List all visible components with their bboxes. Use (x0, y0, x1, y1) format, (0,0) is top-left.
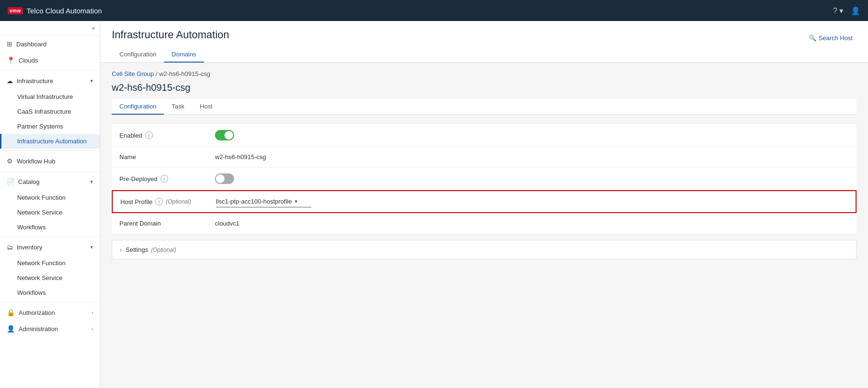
sidebar-label-clouds: Clouds (19, 57, 38, 64)
catalog-network-service-label: Network Service (17, 209, 63, 216)
sidebar-item-catalog-network-service[interactable]: Network Service (0, 205, 100, 220)
topbar: vmw Telco Cloud Automation ? ▾ 👤 (0, 0, 868, 21)
sidebar-item-catalog-network-function[interactable]: Network Function (0, 190, 100, 205)
sidebar-label-workflow-hub: Workflow Hub (17, 158, 55, 165)
sidebar-collapse-btn[interactable]: « (0, 21, 100, 36)
host-profile-dropdown[interactable]: llsc1-ptp-acc100-hostprofile ▾ (216, 196, 311, 207)
host-profile-info-icon[interactable]: i (155, 198, 163, 205)
settings-chevron-icon: › (120, 247, 122, 253)
content-area: Infrastructure Automation 🔍 Search Host … (100, 21, 868, 388)
main-tabs-row: Configuration Domains (112, 47, 857, 62)
tab-domains[interactable]: Domains (164, 47, 204, 63)
inner-tabs-row: Configuration Task Host (112, 99, 857, 115)
pre-deployed-info-icon[interactable]: i (161, 175, 168, 183)
sidebar-label-infrastructure: Infrastructure (17, 77, 54, 85)
enabled-label: Enabled i (119, 131, 215, 139)
sidebar-item-clouds[interactable]: 📍 Clouds (0, 52, 100, 68)
dashboard-icon: ⊞ (7, 40, 12, 48)
name-value: w2-hs6-h0915-csg (215, 153, 266, 161)
host-profile-row: Host Profile i (Optional) llsc1-ptp-acc1… (112, 190, 857, 213)
sidebar-divider-1 (0, 70, 100, 71)
vmw-logo: vmw (8, 7, 23, 14)
name-label-text: Name (119, 153, 136, 161)
sidebar-item-partner-systems[interactable]: Partner Systems (0, 119, 100, 134)
sidebar-item-administration[interactable]: 👤 Administration › (0, 321, 100, 337)
pre-deployed-label: Pre-Deployed i (119, 175, 215, 183)
topbar-left: vmw Telco Cloud Automation (8, 7, 102, 15)
catalog-workflows-label: Workflows (17, 224, 46, 231)
search-host-button[interactable]: 🔍 Search Host (805, 32, 857, 43)
app-title: Telco Cloud Automation (27, 7, 102, 15)
breadcrumb-current: w2-hs6-h0915-csg (159, 70, 210, 77)
domain-config-form: Enabled i Name w2-hs6-h0915-csg (112, 124, 857, 234)
enabled-toggle[interactable] (215, 130, 234, 140)
inventory-icon: 🗂 (7, 244, 13, 251)
main-layout: « ⊞ Dashboard 📍 Clouds ☁ Infrastructure … (0, 21, 868, 388)
pre-deployed-label-text: Pre-Deployed (119, 175, 158, 183)
host-profile-chevron-icon: ▾ (295, 198, 298, 205)
infrastructure-icon: ☁ (7, 77, 13, 85)
host-profile-optional: (Optional) (166, 198, 191, 205)
parent-domain-label: Parent Domain (119, 220, 215, 227)
settings-label: Settings (126, 246, 148, 253)
sidebar-item-workflow-hub[interactable]: ⚙ Workflow Hub (0, 153, 100, 169)
sidebar-label-dashboard: Dashboard (16, 41, 47, 48)
authorization-arrow: › (91, 310, 93, 315)
breadcrumb: Cell Site Group / w2-hs6-h0915-csg (112, 70, 857, 77)
sidebar-item-virtual-infrastructure[interactable]: Virtual Infrastructure (0, 89, 100, 104)
sidebar-item-catalog-workflows[interactable]: Workflows (0, 220, 100, 235)
settings-expandable[interactable]: › Settings (Optional) (112, 240, 857, 259)
sidebar-label-administration: Administration (19, 325, 58, 333)
search-icon: 🔍 (809, 34, 816, 42)
sidebar-divider-4 (0, 237, 100, 237)
domain-name-heading: w2-hs6-h0915-csg (112, 82, 857, 93)
host-profile-label-text: Host Profile (120, 198, 152, 205)
user-icon[interactable]: 👤 (851, 6, 860, 15)
sidebar-label-inventory: Inventory (17, 244, 42, 251)
sidebar-label-authorization: Authorization (19, 309, 55, 316)
content-header: Infrastructure Automation 🔍 Search Host … (100, 21, 868, 63)
clouds-icon: 📍 (7, 56, 15, 64)
sub-content: Cell Site Group / w2-hs6-h0915-csg w2-hs… (100, 63, 868, 267)
sidebar-item-inventory-network-service[interactable]: Network Service (0, 270, 100, 285)
settings-optional-label: (Optional) (151, 247, 176, 253)
sidebar-section-infrastructure[interactable]: ☁ Infrastructure ▾ (0, 73, 100, 89)
inventory-network-function-label: Network Function (17, 259, 65, 267)
administration-icon: 👤 (7, 325, 15, 333)
sidebar-item-dashboard[interactable]: ⊞ Dashboard (0, 36, 100, 52)
sidebar-divider-5 (0, 302, 100, 302)
sidebar-divider-2 (0, 151, 100, 151)
inventory-workflows-label: Workflows (17, 289, 46, 296)
inventory-network-service-label: Network Service (17, 274, 63, 281)
virtual-infrastructure-label: Virtual Infrastructure (17, 93, 73, 100)
host-profile-value: llsc1-ptp-acc100-hostprofile (216, 198, 292, 205)
pre-deployed-toggle[interactable] (215, 173, 234, 184)
sidebar-section-inventory[interactable]: 🗂 Inventory ▾ (0, 239, 100, 256)
sidebar-section-catalog[interactable]: 📄 Catalog ▾ (0, 173, 100, 190)
authorization-icon: 🔒 (7, 309, 15, 316)
parent-domain-value: cloudvc1 (215, 220, 239, 227)
sidebar-item-infrastructure-automation[interactable]: Infrastructure Automation (0, 134, 100, 149)
help-icon[interactable]: ? ▾ (833, 6, 843, 15)
partner-systems-label: Partner Systems (17, 123, 63, 130)
sidebar-item-inventory-workflows[interactable]: Workflows (0, 285, 100, 300)
catalog-network-function-label: Network Function (17, 194, 65, 201)
inner-tab-configuration[interactable]: Configuration (112, 99, 164, 115)
inner-tab-host[interactable]: Host (192, 99, 220, 115)
enabled-info-icon[interactable]: i (145, 131, 153, 139)
administration-arrow: › (91, 326, 93, 332)
sidebar-item-caas-infrastructure[interactable]: CaaS Infrastructure (0, 104, 100, 119)
sidebar-label-catalog: Catalog (18, 178, 40, 185)
tab-configuration[interactable]: Configuration (112, 47, 164, 63)
sidebar-item-authorization[interactable]: 🔒 Authorization › (0, 304, 100, 321)
catalog-chevron: ▾ (90, 179, 93, 185)
pre-deployed-toggle-knob (216, 174, 225, 183)
inner-tab-task[interactable]: Task (164, 99, 192, 115)
parent-domain-label-text: Parent Domain (119, 220, 161, 227)
inventory-chevron: ▾ (90, 244, 93, 250)
sidebar-item-inventory-network-function[interactable]: Network Function (0, 256, 100, 270)
breadcrumb-parent-link[interactable]: Cell Site Group (112, 70, 154, 77)
infrastructure-chevron: ▾ (90, 78, 93, 84)
collapse-icon[interactable]: « (92, 25, 95, 32)
toggle-knob (225, 131, 233, 140)
